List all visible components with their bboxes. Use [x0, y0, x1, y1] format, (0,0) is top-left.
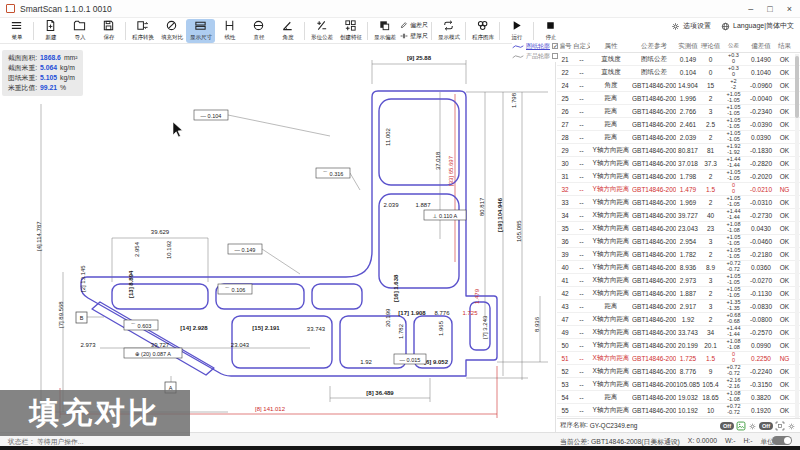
- cell-result: OK: [776, 225, 793, 232]
- cell-theoretical: 23: [700, 225, 721, 232]
- table-row[interactable]: 49 -- X轴方向距离 GBT14846-200 33.743 34 +1.4…: [557, 326, 800, 339]
- cell-result: OK: [776, 199, 793, 206]
- cell-tolerance-ref: GBT14846-200: [632, 95, 676, 102]
- table-row[interactable]: 26 -- 距离 GBT14846-200 2.766 3 +1.05-1.05…: [557, 105, 800, 118]
- table-row[interactable]: 31 -- Y轴方向距离 GBT14846-200 1.798 2 +1.05-…: [557, 170, 800, 183]
- save-button[interactable]: 保存: [94, 19, 123, 43]
- cell-attribute: Y轴方向距离: [590, 146, 632, 155]
- table-scrollbar[interactable]: [795, 54, 799, 418]
- gear-icon[interactable]: [787, 422, 796, 431]
- language-button[interactable]: Language|简体中文: [721, 21, 794, 31]
- table-row[interactable]: 28 -- 距离 GBT14846-200 2.039 2 +1.05-1.05…: [557, 131, 800, 144]
- import-button[interactable]: 导入: [65, 19, 94, 43]
- table-row[interactable]: 22 -- 直线度 图纸公差 0.104 0 +0.30 0.1040 OK: [557, 66, 800, 79]
- cell-tolerance: +1.44-1.44: [721, 209, 746, 220]
- header-deviation[interactable]: 偏差值: [746, 42, 776, 51]
- legend-product-outline[interactable]: 产品轮廓: [512, 51, 560, 61]
- header-tolerance-ref[interactable]: 公差参考: [632, 42, 676, 51]
- off-toggle-2[interactable]: Off: [759, 422, 773, 430]
- program-bar: 程序名称: GY-QC2349.eng Off Off: [557, 418, 800, 432]
- table-row[interactable]: 40 -- Y轴方向距离 GBT14846-200 8.936 8.9 +0.7…: [557, 261, 800, 274]
- header-attribute[interactable]: 属性: [590, 42, 632, 51]
- table-row[interactable]: 32 -- Y轴方向距离 GBT14846-200 1.479 1.5 00 -…: [557, 183, 800, 196]
- gear-icon[interactable]: [748, 422, 757, 431]
- table-row[interactable]: 35 -- X轴方向距离 GBT14846-200 23.043 23 +1.0…: [557, 222, 800, 235]
- fill-compare-button[interactable]: 填充对比: [157, 19, 186, 43]
- image-icon[interactable]: [736, 421, 746, 431]
- cell-attribute: X轴方向距离: [590, 328, 632, 337]
- header-theoretical[interactable]: 理论值: [700, 42, 721, 51]
- table-row[interactable]: 29 -- Y轴方向距离 GBT14846-200 80.817 81 +1.9…: [557, 144, 800, 157]
- cell-tolerance-ref: GBT14846-200: [632, 199, 676, 206]
- cell-attribute: 距离: [590, 94, 632, 103]
- table-row[interactable]: 51 -- X轴方向距离 GBT14846-200 1.725 1.5 00 0…: [557, 352, 800, 365]
- table-row[interactable]: 54 -- 距离 GBT14846-200 19.032 18.65 +1.08…: [557, 391, 800, 404]
- table-row[interactable]: 25 -- 距离 GBT14846-200 1.996 2 +1.05-1.05…: [557, 92, 800, 105]
- cell-no: 28: [557, 134, 573, 141]
- table-row[interactable]: 47 -- X轴方向距离 GBT14846-200 1.92 2 +0.68-0…: [557, 313, 800, 326]
- run-button[interactable]: 运行: [502, 19, 531, 43]
- show-dimensions-button[interactable]: 显示尺寸: [186, 19, 215, 43]
- table-row[interactable]: 24 -- 角度 GBT14846-200 14.904 15 +2-2 -0.…: [557, 79, 800, 92]
- off-toggle-1[interactable]: Off: [720, 422, 734, 430]
- geo-tolerance-button[interactable]: 形位公差: [307, 19, 336, 43]
- header-tolerance[interactable]: 公差: [721, 43, 746, 49]
- deviation-ruler-button[interactable]: 偏差尺: [400, 21, 428, 30]
- table-row[interactable]: 52 -- X轴方向距离 GBT14846-200 8.776 9 +0.72-…: [557, 365, 800, 378]
- info-label: 米重比值:: [8, 83, 37, 93]
- display-mode-button[interactable]: 显示模式: [434, 19, 463, 43]
- table-row[interactable]: 41 -- X轴方向距离 GBT14846-200 2.973 3 +1.05-…: [557, 274, 800, 287]
- checkbox-checked[interactable]: ✓: [552, 43, 558, 49]
- unit-toggle[interactable]: [772, 436, 792, 445]
- table-row[interactable]: 30 -- Y轴方向距离 GBT14846-200 37.018 37.3 +1…: [557, 157, 800, 170]
- table-row[interactable]: 36 -- Y轴方向距离 GBT14846-200 2.954 3 +1.05-…: [557, 235, 800, 248]
- program-convert-button[interactable]: 程序转换: [128, 19, 157, 43]
- linear-button[interactable]: 线性: [215, 19, 244, 43]
- cell-deviation: -0.0830: [746, 303, 776, 310]
- dim-label: 8.936: [534, 316, 540, 332]
- scrollbar-thumb[interactable]: [795, 56, 799, 118]
- frame-icon[interactable]: [775, 421, 785, 431]
- show-deviation-button[interactable]: 显示偏差: [370, 19, 399, 43]
- cell-tolerance-ref: GBT14846-200: [632, 394, 676, 401]
- program-library-button[interactable]: 程序图库: [468, 19, 497, 43]
- geo-tolerance-icon: [315, 19, 328, 32]
- table-row[interactable]: 33 -- Y轴方向距离 GBT14846-200 1.969 2 +1.05-…: [557, 196, 800, 209]
- legend-drawing-outline[interactable]: 图纸轮廓 ✓: [512, 41, 560, 51]
- dim-label: [13] 8.894: [128, 270, 134, 298]
- header-measured[interactable]: 实测值: [676, 42, 700, 51]
- table-row[interactable]: 27 -- 距离 GBT14846-200 2.461 2.5 +1.05-1.…: [557, 118, 800, 131]
- create-feature-button[interactable]: 创建特征: [336, 19, 365, 43]
- maximize-button[interactable]: □: [767, 4, 772, 14]
- wall-thickness-button[interactable]: 壁厚尺: [400, 32, 428, 41]
- table-row[interactable]: 53 -- Y轴方向距离 GBT14846-200 105.085 105.4 …: [557, 378, 800, 391]
- table-row[interactable]: 42 -- X轴方向距离 GBT14846-200 1.887 2 +1.05-…: [557, 287, 800, 300]
- fill-compare-icon: [165, 19, 178, 32]
- options-settings-button[interactable]: 选项设置: [671, 21, 711, 31]
- cell-tolerance: +2-2: [721, 79, 746, 90]
- menu-button[interactable]: 菜单: [2, 19, 31, 43]
- angle-button[interactable]: 角度: [273, 19, 302, 43]
- cell-measured: 1.996: [676, 95, 700, 102]
- cell-custom: --: [573, 199, 590, 206]
- close-button[interactable]: ×: [787, 4, 792, 14]
- table-row[interactable]: 50 -- Y轴方向距离 GBT14846-200 20.199 20.1 +1…: [557, 339, 800, 352]
- table-row[interactable]: 43 -- 距离 GBT14846-200 2.917 3 +1.35-1.35…: [557, 300, 800, 313]
- new-button[interactable]: 新建: [36, 19, 65, 43]
- diameter-button[interactable]: 直径: [244, 19, 273, 43]
- diameter-icon: [252, 19, 265, 32]
- checkbox-unchecked[interactable]: [552, 53, 558, 59]
- header-custom[interactable]: 自定义: [573, 42, 590, 51]
- drawing-area[interactable]: 截面面积: 1868.6 mm² 截面米重: 5.064 kg/m 图纸米重: …: [0, 44, 556, 432]
- cell-custom: --: [573, 264, 590, 271]
- table-row[interactable]: 39 -- Y轴方向距离 GBT14846-200 1.782 2 +1.05-…: [557, 248, 800, 261]
- table-row[interactable]: 21 -- 直线度 图纸公差 0.149 0 +0.30 0.1490 OK: [557, 53, 800, 66]
- table-row[interactable]: 34 -- X轴方向距离 GBT14846-200 39.727 40 +1.4…: [557, 209, 800, 222]
- header-result[interactable]: 结果: [776, 42, 793, 51]
- minimize-button[interactable]: –: [748, 4, 753, 14]
- info-unit: mm²: [64, 53, 78, 63]
- table-row[interactable]: 55 -- Y轴方向距离 GBT14846-200 10.192 10 +0.7…: [557, 404, 800, 417]
- stop-button[interactable]: 停止: [536, 19, 565, 43]
- cell-custom: --: [573, 394, 590, 401]
- dim-label: 80.817: [479, 197, 485, 216]
